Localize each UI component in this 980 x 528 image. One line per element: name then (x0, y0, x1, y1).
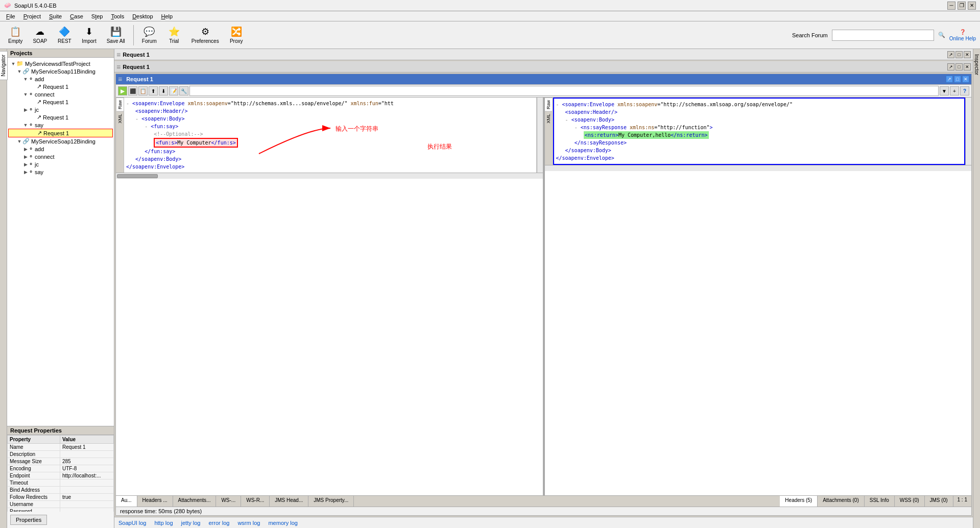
toolbar-empty[interactable]: 📋 Empty (4, 24, 27, 46)
menu-desktop[interactable]: Desktop (128, 12, 157, 20)
editor-tab-headers[interactable]: Headers ... (137, 496, 173, 507)
menu-step[interactable]: Step (87, 12, 107, 20)
menu-project[interactable]: Project (19, 12, 45, 20)
tree-item-add[interactable]: ▼ ⚬ add (8, 75, 113, 83)
url-btn2[interactable]: ⬆ (149, 86, 158, 95)
log-tab-http[interactable]: http log (154, 520, 173, 526)
expand-icon[interactable]: ▶ (22, 161, 29, 167)
close-button-2[interactable]: ✕ (964, 63, 971, 70)
maximize-button-2[interactable]: □ (955, 63, 963, 70)
toolbar-preferences[interactable]: ⚙ Preferences (187, 24, 223, 46)
search-icon[interactable]: 🔍 (938, 32, 945, 38)
tree-item-soap11binding[interactable]: ▼ 🔗 MyServiceSoap11Binding (8, 67, 113, 75)
req-xml-scrollbar-h[interactable] (116, 173, 543, 179)
expand-icon[interactable]: ▼ (22, 76, 29, 82)
float-button-2[interactable]: ↗ (947, 63, 954, 70)
resp-tab-attachments[interactable]: Attachments (0) (818, 496, 865, 507)
close-button[interactable]: ✕ (968, 2, 976, 10)
log-tab-jetty[interactable]: jetty log (181, 520, 201, 526)
expand-icon[interactable]: ▶ (22, 146, 29, 152)
tree-item-jc-req1[interactable]: ↗ Request 1 (8, 113, 113, 121)
float-button-3[interactable]: ↗ (946, 76, 953, 83)
expand-icon[interactable]: ▼ (16, 138, 22, 145)
tree-item-soap12-connect[interactable]: ▶ ⚬ connect (8, 153, 113, 160)
log-tab-memory[interactable]: memory log (268, 520, 297, 526)
tree-item-jc[interactable]: ▶ ⚬ jc (8, 106, 113, 113)
response-xml-editor[interactable]: - <soapenv:Envelope xmlns:soapenv="http:… (553, 98, 966, 165)
url-add-btn[interactable]: + (950, 86, 959, 95)
expand-icon[interactable]: ▼ (22, 91, 29, 98)
url-btn1[interactable]: 📋 (138, 86, 148, 95)
tree-item-soap12-add[interactable]: ▶ ⚬ add (8, 145, 113, 153)
url-help-btn[interactable]: ? (960, 86, 969, 95)
req-xml-scrollbar-v[interactable] (537, 98, 543, 173)
editor-tab-jmsprop[interactable]: JMS Property... (308, 496, 354, 507)
run-button[interactable]: ▶ (118, 86, 127, 95)
menu-file[interactable]: File (2, 12, 19, 20)
expand-icon[interactable]: ▼ (10, 61, 16, 67)
tree-item-soap12-say[interactable]: ▶ ⚬ say (8, 168, 113, 176)
url-dropdown[interactable]: ▼ (940, 86, 949, 95)
search-input[interactable] (832, 30, 934, 41)
expand-icon[interactable]: ▶ (22, 107, 29, 113)
url-btn5[interactable]: 🔧 (179, 86, 188, 95)
resp-raw-tab[interactable]: Raw (545, 98, 552, 111)
req-xml-tab[interactable]: XML (116, 111, 124, 126)
log-tab-soapui[interactable]: SoapUI log (118, 520, 146, 526)
toolbar-trial[interactable]: ⭐ Trial (163, 24, 185, 46)
toolbar-rest[interactable]: 🔷 REST (53, 24, 76, 46)
stop-button[interactable]: ⬛ (128, 86, 137, 95)
project-tree[interactable]: ▼ 📁 MyServicewsdlTestProject ▼ 🔗 MyServi… (7, 58, 114, 426)
request-xml-editor[interactable]: - <soapenv:Envelope xmlns:soapenv="http:… (124, 98, 537, 173)
menu-suite[interactable]: Suite (45, 12, 66, 20)
maximize-button-1[interactable]: □ (955, 51, 963, 58)
menu-help[interactable]: Help (157, 12, 177, 20)
editor-tab-attachments[interactable]: Attachments... (173, 496, 217, 507)
req-scroll-thumb[interactable] (117, 174, 158, 178)
expand-icon[interactable]: ▼ (16, 68, 22, 75)
expand-icon[interactable]: ▶ (22, 169, 29, 175)
req-raw-tab[interactable]: Raw (116, 98, 124, 111)
resp-xml-scrollbar-h[interactable] (545, 165, 972, 171)
resp-tab-ssl[interactable]: SSL Info (865, 496, 895, 507)
navigator-tab[interactable]: Navigator (0, 51, 8, 80)
tree-item-soap12binding[interactable]: ▼ 🔗 MyServiceSoap12Binding (8, 137, 113, 145)
tree-item-connect-req1[interactable]: ↗ Request 1 (8, 98, 113, 106)
resp-xml-tab[interactable]: XML (545, 111, 552, 126)
resp-tab-headers[interactable]: Headers (5) (780, 496, 818, 507)
resp-xml-scrollbar-v[interactable] (965, 98, 971, 165)
toolbar-save-all[interactable]: 💾 Save All (103, 24, 129, 46)
inspector-label[interactable]: Inspector (973, 51, 980, 78)
editor-tab-wsr[interactable]: WS-R... (241, 496, 270, 507)
log-tab-error[interactable]: error log (208, 520, 229, 526)
close-button-3[interactable]: ✕ (962, 76, 969, 83)
editor-tab-jmshead[interactable]: JMS Head... (270, 496, 308, 507)
url-btn3[interactable]: ⬇ (159, 86, 168, 95)
toolbar-proxy[interactable]: 🔀 Proxy (225, 24, 248, 46)
tree-item-add-req1[interactable]: ↗ Request 1 (8, 83, 113, 90)
menu-tools[interactable]: Tools (107, 12, 128, 20)
close-button-1[interactable]: ✕ (964, 51, 971, 58)
properties-button[interactable]: Properties (10, 515, 47, 525)
tree-item-connect[interactable]: ▼ ⚬ connect (8, 90, 113, 98)
toolbar-soap[interactable]: ☁ SOAP (29, 24, 51, 46)
toolbar-import[interactable]: ⬇ Import (78, 24, 100, 46)
toolbar-forum[interactable]: 💬 Forum (138, 24, 161, 46)
editor-tab-ws[interactable]: WS-... (216, 496, 241, 507)
expand-icon[interactable]: ▼ (22, 122, 29, 128)
log-tab-wsrm[interactable]: wsrm log (237, 520, 260, 526)
maximize-button-3[interactable]: □ (954, 76, 961, 83)
minimize-button[interactable]: ─ (947, 2, 955, 10)
online-help-button[interactable]: ❓ Online Help (949, 29, 976, 41)
expand-icon[interactable]: ▶ (22, 154, 29, 160)
editor-tab-au[interactable]: Au... (116, 496, 137, 507)
url-btn4[interactable]: 📝 (169, 86, 178, 95)
float-button-1[interactable]: ↗ (947, 51, 954, 58)
resp-tab-wss[interactable]: WSS (0) (895, 496, 925, 507)
restore-button[interactable]: ❐ (958, 2, 966, 10)
tree-item-say-req1[interactable]: ↗ Request 1 (8, 129, 113, 137)
resp-tab-jms[interactable]: JMS (0) (925, 496, 953, 507)
tree-item-project[interactable]: ▼ 📁 MyServicewsdlTestProject (8, 60, 113, 67)
menu-case[interactable]: Case (66, 12, 87, 20)
tree-item-soap12-jc[interactable]: ▶ ⚬ jc (8, 160, 113, 168)
